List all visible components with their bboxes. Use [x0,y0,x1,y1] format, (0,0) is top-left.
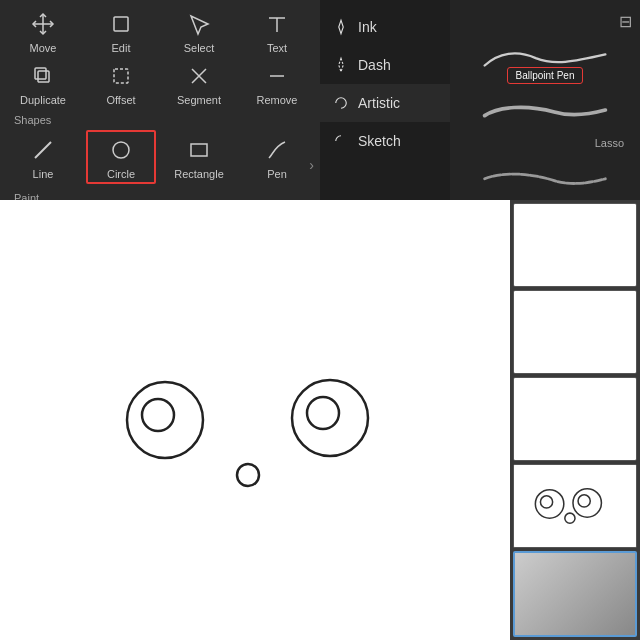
offset-tool[interactable]: Offset [86,60,156,106]
circle-tool[interactable]: Circle [86,130,156,184]
thumbnail-5[interactable] [513,551,637,637]
brush-category-artistic[interactable]: Artistic [320,84,450,122]
ballpoint-pen-label: Ballpoint Pen [507,67,584,84]
svg-point-10 [113,142,129,158]
text-tool[interactable]: Text [242,8,312,54]
svg-point-21 [535,490,563,518]
thumbnail-3[interactable] [513,377,637,461]
canvas-svg [0,200,510,640]
svg-point-23 [573,489,601,517]
remove-tool[interactable]: Remove [242,60,312,106]
segment-label: Segment [177,94,221,106]
select-label: Select [184,42,215,54]
brush-preview-area: ⊟ Ballpoint Pen Lasso [450,0,640,200]
line-label: Line [33,168,54,180]
text-label: Text [267,42,287,54]
line-tool[interactable]: Line [8,134,78,180]
edit-tool[interactable]: Edit [86,8,156,54]
brush-menu-panel: Ink Dash Artistic Sketch ⊟ [320,0,640,200]
pen-label: Pen [267,168,287,180]
rectangle-label: Rectangle [174,168,224,180]
svg-point-17 [142,399,174,431]
offset-label: Offset [106,94,135,106]
chevron-right-icon: › [309,157,314,173]
svg-point-16 [127,382,203,458]
svg-rect-2 [114,17,128,31]
svg-line-9 [35,142,51,158]
svg-point-22 [540,496,552,508]
svg-point-25 [565,513,575,523]
rectangle-tool[interactable]: Rectangle [164,134,234,180]
duplicate-label: Duplicate [20,94,66,106]
svg-rect-5 [38,71,49,82]
brush-category-dash[interactable]: Dash [320,46,450,84]
thumbnails-panel [510,200,640,640]
svg-rect-6 [35,68,46,79]
canvas-area[interactable] [0,200,510,640]
svg-rect-7 [114,69,128,83]
artistic-stroke-preview [480,162,610,190]
thumbnail-4[interactable] [513,464,637,548]
lasso-label: Lasso [458,137,632,149]
remove-label: Remove [257,94,298,106]
thumbnail-1[interactable] [513,203,637,287]
pen-tool[interactable]: Pen [242,134,312,180]
svg-point-19 [307,397,339,429]
move-label: Move [30,42,57,54]
select-tool[interactable]: Select [164,8,234,54]
shapes-section-label: Shapes [4,114,316,126]
brush-category-sketch[interactable]: Sketch [320,122,450,160]
brush-category-ink[interactable]: Ink [320,8,450,46]
thumbnail-2[interactable] [513,290,637,374]
edit-label: Edit [112,42,131,54]
move-tool[interactable]: Move [8,8,78,54]
svg-point-24 [578,495,590,507]
brush-category-list: Ink Dash Artistic Sketch [320,0,450,200]
svg-point-20 [237,464,259,486]
duplicate-tool[interactable]: Duplicate [8,60,78,106]
adjust-icon[interactable]: ⊟ [619,12,632,31]
circle-label: Circle [107,168,135,180]
svg-rect-11 [191,144,207,156]
toolbar-panel: Move Edit Select Text [0,0,320,200]
dash-stroke-preview [480,97,610,125]
segment-tool[interactable]: Segment [164,60,234,106]
svg-point-18 [292,380,368,456]
